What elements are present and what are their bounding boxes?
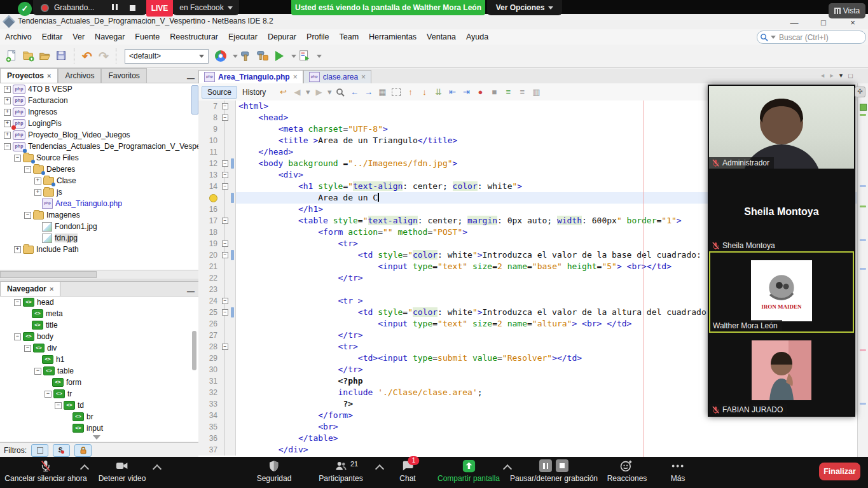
close-tab-icon[interactable]: × xyxy=(293,73,298,81)
menu-profile[interactable]: Profile xyxy=(301,29,334,45)
project-fondon1-jpg[interactable]: Fondon1.jpg xyxy=(0,221,198,232)
expand-icon[interactable]: + xyxy=(4,86,11,93)
debug-dropdown-icon[interactable] xyxy=(317,55,322,58)
projects-vertical-scrollbar[interactable] xyxy=(191,85,198,115)
project-facturacion[interactable]: +phpFacturacion xyxy=(0,95,198,106)
facebook-dropdown-icon[interactable] xyxy=(228,6,233,10)
new-project-icon[interactable] xyxy=(20,48,37,64)
minimize-window-icon[interactable]: — xyxy=(789,18,800,27)
collapse-icon[interactable]: − xyxy=(24,166,31,173)
toolbar-more-button[interactable]: Más xyxy=(671,459,685,483)
project-ingresos[interactable]: +phpIngresos xyxy=(0,106,198,118)
menu-team[interactable]: Team xyxy=(334,29,364,45)
fold-cell[interactable]: − xyxy=(220,341,230,352)
project-deberes[interactable]: −Deberes xyxy=(0,164,198,175)
collapse-icon[interactable]: − xyxy=(14,299,21,306)
fold-cell[interactable]: − xyxy=(220,101,230,112)
maximize-editor-icon[interactable]: □ xyxy=(848,72,853,80)
vista-button[interactable]: Vista xyxy=(829,3,865,18)
participant-tile-administrador[interactable]: Administrador xyxy=(709,86,854,169)
toolbar-video-chevron-icon[interactable] xyxy=(153,464,162,473)
menu-navegar[interactable]: Navegar xyxy=(90,29,130,45)
forward-icon[interactable]: ▶ xyxy=(312,86,325,99)
new-file-icon[interactable] xyxy=(4,48,20,64)
view-options-dropdown[interactable]: Ver Opciones xyxy=(487,0,562,15)
collapse-icon[interactable]: − xyxy=(24,345,31,352)
nav-div[interactable]: −<>div xyxy=(0,342,198,354)
shift-left-icon[interactable]: ⇤ xyxy=(446,86,458,99)
search-scope-dropdown-icon[interactable] xyxy=(771,36,776,39)
project-4to-b-vesp[interactable]: +php4TO B VESP xyxy=(0,83,198,95)
nav-tr[interactable]: −<>tr xyxy=(0,388,198,400)
hint-bulb-icon[interactable] xyxy=(209,194,217,202)
minimize-panel-icon[interactable]: — xyxy=(187,74,195,83)
nav-h1[interactable]: <>h1 xyxy=(0,354,198,365)
fold-collapse-icon[interactable]: − xyxy=(222,172,228,178)
expand-icon[interactable]: + xyxy=(34,178,41,185)
memory-icon[interactable]: ▥ xyxy=(530,86,542,99)
uncomment-icon[interactable]: ≡ xyxy=(516,86,528,99)
redo-icon[interactable]: ↷ xyxy=(95,48,112,64)
expand-icon[interactable]: + xyxy=(34,189,41,196)
toolbar-participants-button[interactable]: 21Participantes xyxy=(319,459,362,483)
collapse-icon[interactable]: − xyxy=(45,391,52,398)
duplicate-down-icon[interactable]: ⇊ xyxy=(432,86,444,99)
participant-tile-sheila-montoya[interactable]: Sheila MontoyaSheila Montoya xyxy=(709,169,854,251)
project-fdn-jpg[interactable]: fdn.jpg xyxy=(0,232,198,244)
toggle-highlight-icon[interactable]: ▦ xyxy=(376,86,389,99)
inherited-members-filter-icon[interactable] xyxy=(31,444,48,457)
pause-recording-icon[interactable] xyxy=(111,3,118,12)
macro-stop-icon[interactable]: ■ xyxy=(488,86,500,99)
expand-icon[interactable]: + xyxy=(14,246,21,253)
nav-br[interactable]: <>br xyxy=(0,411,198,422)
save-all-icon[interactable] xyxy=(53,48,70,64)
project-proyecto-blog-video-juegos[interactable]: +phpProyecto_Blog_Video_Juegos xyxy=(0,129,198,141)
menu-editar[interactable]: Editar xyxy=(37,29,68,45)
find-previous-icon[interactable]: ← xyxy=(348,86,361,99)
build-icon[interactable] xyxy=(238,48,254,64)
non-public-members-filter-icon[interactable] xyxy=(74,444,92,457)
expand-icon[interactable]: + xyxy=(4,132,11,139)
fold-cell[interactable]: − xyxy=(220,158,230,169)
stop-recording-icon[interactable] xyxy=(130,5,135,11)
close-tab-icon[interactable]: × xyxy=(47,72,51,80)
fold-cell[interactable]: − xyxy=(220,169,230,181)
fold-cell[interactable]: − xyxy=(220,249,230,261)
toolbar-mute-button[interactable]: Cancelar silenciar ahora xyxy=(4,459,86,483)
config-select[interactable]: <default> xyxy=(125,49,209,64)
run-browser-icon[interactable] xyxy=(212,48,229,64)
menu-depurar[interactable]: Depurar xyxy=(263,29,301,45)
tab-archivos[interactable]: Archivos xyxy=(58,68,101,83)
comment-icon[interactable]: ≡ xyxy=(502,86,514,99)
finalize-meeting-button[interactable]: Finalizar xyxy=(819,463,860,480)
fold-cell[interactable]: − xyxy=(220,112,230,123)
close-window-icon[interactable]: × xyxy=(847,18,858,27)
undo-icon[interactable]: ↶ xyxy=(79,48,95,64)
nav-table[interactable]: −<>table xyxy=(0,365,198,377)
expand-icon[interactable]: + xyxy=(4,97,11,104)
fold-cell[interactable]: − xyxy=(220,181,230,192)
source-view-button[interactable]: Source xyxy=(202,86,237,99)
fold-collapse-icon[interactable]: − xyxy=(222,309,228,316)
static-members-filter-icon[interactable]: S xyxy=(53,444,70,457)
nav-td[interactable]: −<>td xyxy=(0,400,198,411)
fold-collapse-icon[interactable]: − xyxy=(222,252,228,258)
back-icon[interactable]: ◀ xyxy=(291,86,303,99)
menu-reestructurar[interactable]: Reestructurar xyxy=(165,29,223,45)
fold-collapse-icon[interactable]: − xyxy=(222,103,228,109)
back-dd-icon[interactable]: ▾ xyxy=(305,86,311,99)
collapse-icon[interactable]: − xyxy=(14,155,21,162)
navigator-scroll-more-icon[interactable] xyxy=(93,435,100,440)
fold-cell[interactable]: − xyxy=(220,238,230,249)
collapse-icon[interactable]: − xyxy=(55,402,62,409)
toolbar-share-button[interactable]: Compartir pantalla xyxy=(437,459,500,483)
move-panel-icon[interactable]: ✣ xyxy=(855,87,865,97)
tab-navegador[interactable]: Navegador× xyxy=(0,281,60,296)
search-input[interactable]: Buscar (Ctrl+I) xyxy=(757,31,866,44)
find-icon[interactable] xyxy=(334,86,347,99)
nav-input[interactable]: <>input xyxy=(0,422,198,434)
menu-archivo[interactable]: Archivo xyxy=(0,29,37,45)
toolbar-participants-chevron-icon[interactable] xyxy=(375,464,384,473)
run-dropdown-icon[interactable] xyxy=(291,55,296,58)
last-edit-icon[interactable]: ↩ xyxy=(277,86,289,99)
